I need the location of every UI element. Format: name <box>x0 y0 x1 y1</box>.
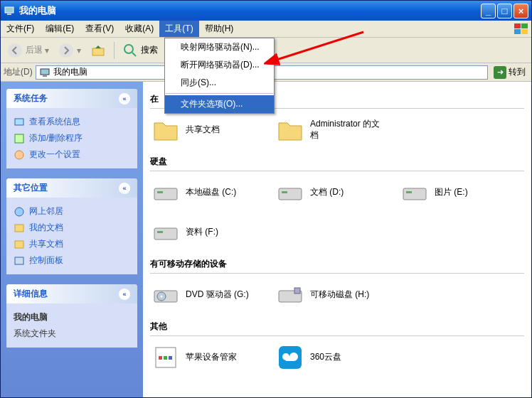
back-button[interactable]: 后退 ▾ <box>4 41 52 60</box>
forward-icon <box>58 42 75 59</box>
tools-dropdown: 映射网络驱动器(N)... 断开网络驱动器(D)... 同步(S)... 文件夹… <box>164 38 275 114</box>
item-drive-c[interactable]: 本地磁盘 (C:) <box>150 176 260 210</box>
menu-separator <box>166 93 273 94</box>
folder-icon <box>276 116 304 144</box>
panel-details: 详细信息 « 我的电脑 系统文件夹 <box>6 284 137 348</box>
item-removable-drive[interactable]: 可移动磁盘 (H:) <box>275 278 385 312</box>
removable-icon <box>276 281 304 309</box>
search-button[interactable]: 搜索 <box>119 41 161 60</box>
folder-icon <box>151 116 180 144</box>
svg-point-15 <box>15 151 23 159</box>
svg-rect-2 <box>514 23 521 28</box>
collapse-icon: « <box>119 289 130 300</box>
svg-rect-18 <box>15 241 23 248</box>
toolbar-separator <box>114 42 115 59</box>
item-shared-docs[interactable]: 共享文档 <box>150 113 260 147</box>
svg-rect-25 <box>406 191 412 193</box>
menu-disconnect-drive[interactable]: 断开网络驱动器(D)... <box>165 56 274 74</box>
detail-type: 系统文件夹 <box>14 326 130 342</box>
watermark: 系统之家 <box>464 379 526 392</box>
item-admin-docs[interactable]: Administrator 的文档 <box>275 113 385 147</box>
search-label: 搜索 <box>141 44 158 56</box>
maximize-button[interactable]: □ <box>497 4 512 18</box>
svg-rect-26 <box>154 228 177 240</box>
svg-rect-11 <box>41 69 49 75</box>
link-network[interactable]: 网上邻居 <box>14 203 130 220</box>
menu-file[interactable]: 文件(F) <box>1 21 40 37</box>
svg-point-30 <box>161 296 163 298</box>
windows-flag-icon <box>511 21 531 37</box>
back-label: 后退 <box>26 44 43 56</box>
back-icon <box>6 42 23 59</box>
svg-rect-19 <box>15 257 23 264</box>
close-button[interactable]: × <box>514 4 528 18</box>
svg-rect-22 <box>279 188 302 200</box>
svg-rect-27 <box>157 231 163 233</box>
link-my-docs[interactable]: 我的文档 <box>14 220 130 236</box>
menu-favorites[interactable]: 收藏(A) <box>119 21 159 37</box>
panel-header[interactable]: 详细信息 « <box>6 284 137 303</box>
minimize-button[interactable]: _ <box>481 4 496 18</box>
link-add-remove[interactable]: 添加/删除程序 <box>14 130 130 146</box>
window-buttons: _ □ × <box>481 4 528 18</box>
menu-help[interactable]: 帮助(H) <box>199 21 240 37</box>
collapse-icon: « <box>119 183 130 194</box>
panel-title: 系统任务 <box>14 92 48 104</box>
svg-rect-23 <box>282 191 287 193</box>
menu-sync[interactable]: 同步(S)... <box>165 74 274 92</box>
menu-edit[interactable]: 编辑(E) <box>40 21 80 37</box>
docs-icon <box>14 222 25 234</box>
section-header: 硬盘 <box>150 153 524 171</box>
item-360-cloud[interactable]: 360云盘 <box>275 340 385 375</box>
svg-point-16 <box>15 208 23 216</box>
link-system-info[interactable]: 查看系统信息 <box>14 114 130 130</box>
svg-rect-34 <box>159 356 162 360</box>
tasks-sidebar: 系统任务 « 查看系统信息 添加/删除程序 更改一个设置 其它位置 « 网上邻居… <box>1 82 143 397</box>
svg-rect-24 <box>403 188 426 200</box>
panel-header[interactable]: 系统任务 « <box>6 89 137 108</box>
svg-rect-14 <box>15 134 23 143</box>
item-dvd-drive[interactable]: DVD 驱动器 (G:) <box>150 278 260 312</box>
forward-button[interactable]: ▾ <box>55 41 84 60</box>
svg-rect-0 <box>5 7 14 13</box>
hdd-icon <box>151 178 180 207</box>
svg-rect-8 <box>92 48 104 55</box>
svg-rect-3 <box>521 23 528 28</box>
detail-name: 我的电脑 <box>14 309 130 326</box>
svg-rect-32 <box>294 288 300 294</box>
title-bar: 我的电脑 _ □ × <box>1 1 531 21</box>
svg-rect-21 <box>157 191 163 193</box>
menu-view[interactable]: 查看(V) <box>80 21 119 37</box>
item-drive-f[interactable]: 资料 (F:) <box>150 215 260 249</box>
go-icon: ➜ <box>494 66 506 79</box>
svg-rect-35 <box>164 356 167 360</box>
shared-icon <box>14 239 25 250</box>
up-button[interactable] <box>87 41 110 60</box>
menu-folder-options[interactable]: 文件夹选项(O)... <box>165 95 274 113</box>
folder-up-icon <box>90 42 107 59</box>
go-label: 转到 <box>509 66 526 78</box>
item-drive-e[interactable]: 图片 (E:) <box>399 176 509 210</box>
svg-rect-13 <box>15 119 23 125</box>
menu-map-drive[interactable]: 映射网络驱动器(N)... <box>165 38 274 56</box>
svg-rect-4 <box>514 29 521 34</box>
item-drive-d[interactable]: 文档 (D:) <box>275 176 385 210</box>
link-shared-docs[interactable]: 共享文档 <box>14 236 130 252</box>
menu-tools[interactable]: 工具(T) <box>159 21 198 37</box>
item-apple-manager[interactable]: 苹果设备管家 <box>150 340 260 375</box>
link-control-panel[interactable]: 控制面板 <box>14 252 130 269</box>
panel-header[interactable]: 其它位置 « <box>6 178 137 198</box>
hdd-icon <box>151 218 180 247</box>
collapse-icon: « <box>119 93 130 104</box>
cloud-icon <box>276 343 304 372</box>
link-change-setting[interactable]: 更改一个设置 <box>14 146 130 163</box>
svg-point-6 <box>8 43 22 58</box>
computer-icon <box>4 5 15 16</box>
main-content: 在 共享文档 Administrator 的文档 硬盘 本地磁盘 (C:) 文档… <box>143 82 531 397</box>
go-button[interactable]: ➜ 转到 <box>491 66 528 79</box>
svg-line-10 <box>132 53 136 56</box>
computer-icon <box>39 67 50 78</box>
svg-rect-12 <box>43 75 47 77</box>
dvd-icon <box>151 281 180 309</box>
menu-bar: 文件(F) 编辑(E) 查看(V) 收藏(A) 工具(T) 帮助(H) <box>1 21 531 38</box>
